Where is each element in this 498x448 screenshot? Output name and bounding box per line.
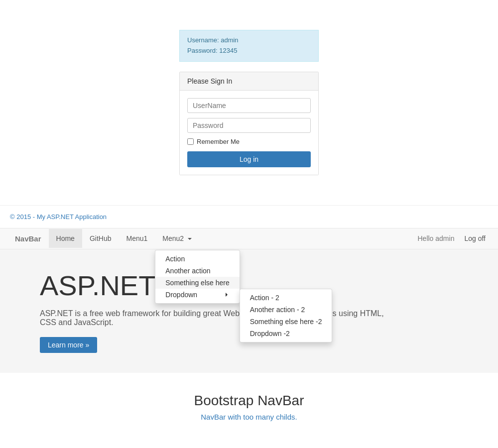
dropdown-link-action[interactable]: Action (155, 253, 239, 265)
submenu-link-dropdown2[interactable]: Dropdown -2 (240, 328, 332, 339)
remember-me-checkbox[interactable] (187, 138, 194, 145)
credentials-username: Username: admin (187, 35, 311, 46)
login-panel: Please Sign In Remember Me Log in (179, 72, 319, 175)
credentials-password: Password: 12345 (187, 46, 311, 56)
hero-description: ASP.NET is a free web framework for buil… (40, 309, 388, 327)
nav-item-home: Home (49, 229, 82, 248)
nav-item-menu2: Menu2 Action Another action Something el… (155, 229, 199, 248)
content-section: Bootstrap NavBar NavBar with too many ch… (0, 373, 498, 441)
submenu-item-something-else2: Something else here -2 (240, 316, 332, 328)
nav-link-github[interactable]: GitHub (82, 229, 119, 248)
login-panel-title: Please Sign In (187, 77, 232, 85)
submenu-item-dropdown2: Dropdown -2 (240, 328, 332, 339)
submenu-link-another-action2[interactable]: Another action - 2 (240, 304, 332, 316)
menu2-dropdown: Action Another action Something else her… (155, 250, 240, 304)
login-section: Username: admin Password: 12345 Please S… (0, 0, 498, 195)
navbar-nav: Home GitHub Menu1 Menu2 Action Another a… (49, 229, 199, 248)
dropdown-item-another-action: Another action (155, 265, 239, 277)
dropdown-item-action: Action (155, 253, 239, 265)
username-input[interactable] (187, 98, 311, 113)
footer-top: © 2015 - My ASP.NET Application (0, 205, 498, 228)
dropdown-link-dropdown[interactable]: Dropdown (155, 289, 239, 301)
footer-top-link[interactable]: © 2015 - My ASP.NET Application (10, 213, 107, 221)
submenu-link-action2[interactable]: Action - 2 (240, 292, 332, 304)
nav-item-github: GitHub (82, 229, 119, 248)
learn-more-button[interactable]: Learn more » (40, 337, 97, 353)
dropdown-item-something-else: Something else here (155, 277, 239, 289)
nav-item-menu1: Menu1 (119, 229, 155, 248)
content-subtext: NavBar with too many childs. (10, 413, 488, 421)
submenu-link-something-else2[interactable]: Something else here -2 (240, 316, 332, 328)
login-panel-header: Please Sign In (180, 72, 318, 91)
menu2-caret-icon (188, 238, 192, 240)
dropdown-item-dropdown: Dropdown Action - 2 Another action - 2 S… (155, 289, 239, 301)
password-input[interactable] (187, 118, 311, 133)
submenu-caret-icon (226, 293, 230, 297)
nav-link-menu1[interactable]: Menu1 (119, 229, 155, 248)
remember-me-row: Remember Me (187, 138, 311, 145)
nav-link-menu2[interactable]: Menu2 (155, 229, 199, 248)
hello-admin-text: Hello admin (413, 229, 460, 248)
navbar-brand[interactable]: NavBar (7, 229, 49, 248)
login-button[interactable]: Log in (187, 151, 311, 167)
remember-me-label: Remember Me (197, 138, 240, 145)
credentials-info-box: Username: admin Password: 12345 (179, 30, 319, 62)
nav-link-home[interactable]: Home (49, 229, 82, 248)
submenu: Action - 2 Another action - 2 Something … (240, 289, 333, 342)
dropdown-link-something-else[interactable]: Something else here (155, 277, 239, 289)
navbar: NavBar Home GitHub Menu1 Menu2 Action An… (0, 228, 498, 249)
logoff-link[interactable]: Log off (459, 229, 491, 248)
login-panel-body: Remember Me Log in (180, 91, 318, 175)
navbar-right: Hello admin Log off (413, 229, 491, 248)
submenu-item-another-action2: Another action - 2 (240, 304, 332, 316)
content-heading: Bootstrap NavBar (10, 393, 488, 409)
dropdown-link-another-action[interactable]: Another action (155, 265, 239, 277)
submenu-item-action2: Action - 2 (240, 292, 332, 304)
